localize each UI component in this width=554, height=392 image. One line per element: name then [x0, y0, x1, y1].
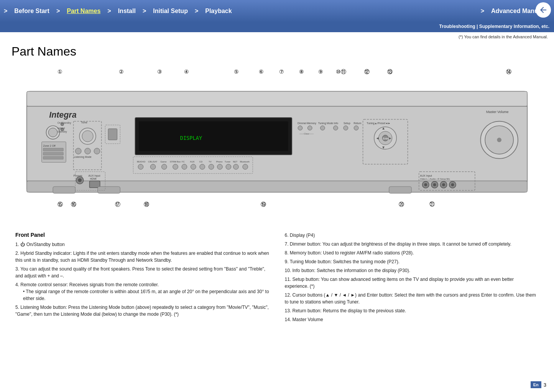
page-footer: En 3 — [531, 381, 546, 388]
num-label-8: ⑧ — [299, 69, 304, 75]
svg-text:HDMI: HDMI — [90, 177, 96, 180]
svg-text:Standby: Standby — [58, 130, 67, 133]
nav-item-before-start[interactable]: Before Start — [7, 0, 56, 22]
nav-item-install[interactable]: Install — [111, 0, 143, 22]
svg-point-94 — [442, 183, 445, 186]
num-label-18: ⑱ — [144, 201, 149, 208]
list-item: 7. Dimmer button: You can adjust the bri… — [285, 241, 539, 248]
svg-point-61 — [334, 126, 338, 130]
svg-text:Listening Mode: Listening Mode — [74, 156, 92, 159]
num-label-16: ⑯ — [71, 201, 76, 208]
num-label-17: ⑰ — [115, 201, 120, 208]
nav-arrow-2: > — [56, 8, 60, 15]
nav-item-playback[interactable]: Playback — [198, 0, 238, 22]
num-label-10: ⑩⑪ — [336, 69, 346, 75]
svg-rect-26 — [108, 129, 117, 140]
nav-arrow-4: > — [143, 8, 146, 15]
svg-text:CD: CD — [199, 161, 202, 163]
num-label-12: ⑫ — [364, 69, 370, 75]
svg-text:Tone: Tone — [81, 121, 87, 124]
nav-item-part-names[interactable]: Part Names — [60, 0, 107, 22]
svg-rect-97 — [53, 187, 75, 194]
desc-column-right: 6. Display (P4) 7. Dimmer button: You ca… — [285, 232, 539, 325]
svg-point-23 — [94, 148, 100, 154]
svg-text:Bluetooth: Bluetooth — [240, 161, 250, 163]
svg-point-57 — [307, 126, 312, 130]
svg-text:Video  L—Audio—R  Setup Mic: Video L—Audio—R Setup Mic — [420, 178, 450, 180]
language-badge: En — [531, 381, 541, 388]
desc-list-right: 6. Display (P4) 7. Dimmer button: You ca… — [285, 232, 539, 323]
svg-point-79 — [497, 138, 501, 142]
svg-text:STRM Box: STRM Box — [170, 161, 181, 163]
svg-rect-16 — [43, 156, 64, 159]
list-item: 11. Setup button: You can show advanced … — [285, 276, 539, 290]
svg-point-90 — [424, 183, 427, 186]
svg-text:Return: Return — [353, 122, 362, 125]
svg-text:Dimmer: Dimmer — [298, 122, 307, 125]
device-container: Integra On/Standby Hybrid Standby Zone 2… — [23, 84, 531, 201]
svg-text:Phono: Phono — [216, 161, 223, 163]
svg-text:AUX Input: AUX Input — [420, 174, 432, 177]
svg-point-31 — [138, 164, 143, 169]
svg-text:Info: Info — [334, 122, 339, 125]
diagram-area: ① ② ③ ④ ⑤ ⑥ ⑦ ⑧ ⑨ ⑩⑪ ⑫ ⑬ ⑭ — [8, 61, 546, 224]
num-label-3: ③ — [157, 69, 162, 75]
svg-rect-1 — [27, 91, 527, 106]
list-item: 13. Return button: Returns the display t… — [285, 307, 539, 314]
svg-rect-28 — [139, 121, 288, 151]
list-item: 8. Memory button: Used to register AM/FM… — [285, 249, 539, 256]
num-label-5: ⑤ — [234, 69, 239, 75]
svg-point-41 — [191, 164, 196, 169]
svg-point-96 — [451, 183, 454, 186]
svg-point-63 — [344, 126, 348, 130]
svg-text:AUX Input: AUX Input — [89, 174, 100, 177]
svg-text:◄: ◄ — [376, 136, 380, 140]
svg-point-59 — [321, 126, 325, 130]
svg-text:▼: ▼ — [381, 145, 385, 149]
svg-point-55 — [298, 126, 302, 130]
list-item: 4. Remote control sensor: Receives signa… — [15, 281, 270, 302]
svg-text:FC: FC — [182, 161, 185, 163]
num-label-1: ① — [58, 69, 62, 75]
device-diagram: Integra On/Standby Hybrid Standby Zone 2… — [23, 84, 531, 200]
svg-text:Integra: Integra — [49, 110, 77, 120]
num-label-13: ⑬ — [387, 69, 393, 75]
description-section: Front Panel 1. ⏻ On/Standby button 2. Hy… — [8, 228, 546, 329]
sub-header: Troubleshooting | Supplementary Informat… — [0, 22, 554, 32]
nav-arrow-1: > — [4, 8, 7, 15]
svg-text:Game: Game — [161, 161, 167, 163]
list-item: 14. Master Volume — [285, 316, 539, 323]
svg-text:CBL/SAT: CBL/SAT — [148, 161, 157, 163]
nav-arrow-5: > — [195, 8, 198, 15]
list-item: 5. Listening Mode button: Press the List… — [15, 304, 270, 318]
back-button[interactable] — [536, 2, 551, 18]
main-content: ① ② ③ ④ ⑤ ⑥ ⑦ ⑧ ⑨ ⑩⑪ ⑫ ⑬ ⑭ — [0, 61, 554, 329]
svg-text:TV: TV — [209, 161, 212, 163]
svg-text:BD/DVD: BD/DVD — [137, 161, 145, 163]
svg-text:DISPLAY: DISPLAY — [180, 135, 202, 141]
svg-point-19 — [82, 131, 93, 142]
svg-point-39 — [182, 164, 187, 169]
nav-item-initial-setup[interactable]: Initial Setup — [146, 0, 195, 22]
svg-rect-99 — [389, 187, 411, 194]
list-item: 3. You can adjust the sound quality of t… — [15, 266, 270, 279]
desc-column-left: Front Panel 1. ⏻ On/Standby button 2. Hy… — [15, 232, 270, 325]
list-item: 1. ⏻ On/Standby button — [15, 241, 270, 248]
num-label-21: ㉑ — [429, 201, 435, 207]
svg-point-49 — [226, 164, 231, 169]
svg-text:NET: NET — [233, 161, 238, 163]
svg-text:Master Volume: Master Volume — [486, 110, 508, 114]
section-title: Front Panel — [15, 232, 270, 238]
svg-text:Tuning▲/Preset◄►: Tuning▲/Preset◄► — [367, 122, 390, 125]
page-number: 3 — [544, 382, 546, 388]
num-label-7: ⑦ — [279, 69, 284, 75]
svg-rect-15 — [43, 152, 64, 155]
svg-text:On/Standby: On/Standby — [58, 121, 71, 125]
svg-point-6 — [48, 128, 57, 137]
svg-point-35 — [161, 164, 167, 169]
sub-item: The signal range of the remote controlle… — [15, 288, 270, 302]
list-item: 2. Hybrid Standby indicator: Lights if t… — [15, 250, 270, 264]
list-item: 10. Info button: Switches the informatio… — [285, 267, 539, 274]
svg-text:AUX: AUX — [190, 161, 195, 163]
num-label-4: ④ — [184, 69, 189, 75]
